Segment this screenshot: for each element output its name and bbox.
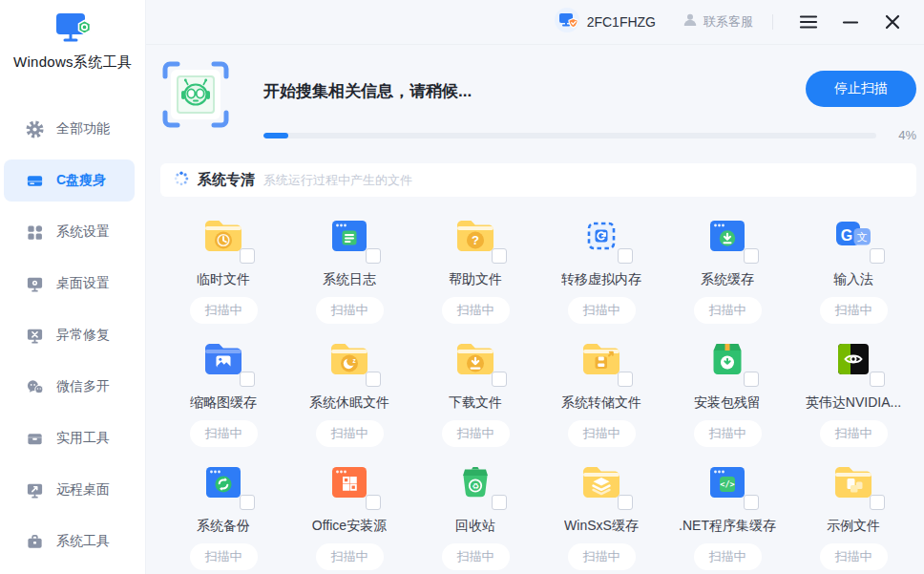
sidebar-item-desktop-settings[interactable]: 桌面设置	[4, 263, 135, 305]
thumbnail-cache-checkbox[interactable]	[240, 372, 255, 387]
app-logo-area: Windows系统工具	[0, 0, 145, 72]
stop-scan-button[interactable]: 停止扫描	[806, 71, 916, 107]
sidebar-item-utility-tools[interactable]: 实用工具	[4, 417, 135, 459]
remote-icon	[25, 480, 44, 500]
monitor-repair-icon	[25, 326, 44, 345]
progress-bar-fill	[263, 133, 288, 138]
virtual-memory-transfer-checkbox[interactable]	[618, 248, 633, 264]
category-label: Office安装源	[312, 518, 387, 535]
content: 开始搜集相关信息，请稍候... 停止扫描 4%	[146, 45, 924, 574]
status-badge: 扫描中	[568, 420, 636, 447]
dotnet-assembly-cache-checkbox[interactable]	[744, 495, 759, 510]
hibernation-files-checkbox[interactable]	[366, 372, 381, 387]
recycle-bin-checkbox[interactable]	[492, 495, 507, 510]
sidebar-item-label: 微信多开	[56, 378, 110, 395]
category-label: WinSxS缓存	[564, 518, 639, 535]
cleanup-grid: 临时文件 扫描中 系统日志 扫描中 ? 帮助文件 扫描中 转移虚拟内存 扫描中 …	[160, 213, 916, 570]
category-label: 转移虚拟内存	[561, 271, 641, 288]
svg-text:</>: </>	[720, 479, 734, 489]
sidebar-item-label: 远程桌面	[56, 481, 110, 499]
sidebar: Windows系统工具 全部功能 C盘瘦身 系统设置 桌面设置 异常修复 微信多…	[0, 0, 146, 574]
category-label: 临时文件	[197, 271, 250, 288]
system-backup-checkbox[interactable]	[240, 495, 255, 510]
sidebar-item-error-repair[interactable]: 异常修复	[4, 314, 135, 356]
contact-support-button[interactable]: 联系客服	[682, 12, 753, 32]
winsxs-cache-checkbox[interactable]	[618, 495, 633, 510]
sidebar-item-remote-desktop[interactable]: 远程桌面	[4, 469, 135, 511]
cleanup-category-recycle-bin[interactable]: ♻ 回收站 扫描中	[412, 459, 538, 570]
status-badge: 扫描中	[190, 297, 258, 324]
section-subtitle: 系统运行过程中产生的文件	[263, 172, 412, 189]
cleanup-category-system-cache[interactable]: 系统缓存 扫描中	[664, 213, 790, 324]
cleanup-category-download-files[interactable]: 下载文件 扫描中	[412, 336, 538, 447]
installer-residue-checkbox[interactable]	[744, 372, 759, 387]
status-badge: 扫描中	[568, 543, 636, 570]
cleanup-category-office-installer-source[interactable]: Office安装源 扫描中	[286, 459, 412, 570]
category-label: 帮助文件	[449, 271, 502, 288]
sidebar-item-system-settings[interactable]: 系统设置	[4, 211, 135, 253]
app-title: Windows系统工具	[0, 53, 145, 72]
wechat-icon	[25, 377, 44, 396]
sidebar-item-label: 桌面设置	[56, 275, 110, 292]
category-label: 系统日志	[323, 271, 376, 288]
cleanup-category-winsxs-cache[interactable]: WinSxS缓存 扫描中	[538, 459, 664, 570]
progress-percent: 4%	[888, 128, 916, 142]
dump-files-checkbox[interactable]	[618, 372, 633, 387]
cleanup-category-hibernation-files[interactable]: z 系统休眠文件 扫描中	[286, 336, 412, 447]
cleanup-category-dotnet-assembly-cache[interactable]: </> .NET程序集缓存 扫描中	[664, 459, 790, 570]
category-label: 英伟达NVIDIA...	[806, 394, 901, 412]
status-badge: 扫描中	[820, 297, 888, 324]
cleanup-category-virtual-memory-transfer[interactable]: 转移虚拟内存 扫描中	[538, 213, 664, 324]
cleanup-category-thumbnail-cache[interactable]: 缩略图缓存 扫描中	[160, 336, 286, 447]
status-badge: 扫描中	[442, 420, 510, 447]
temp-files-checkbox[interactable]	[240, 248, 255, 264]
sidebar-item-all-features[interactable]: 全部功能	[4, 108, 135, 150]
sidebar-item-system-tools[interactable]: 系统工具	[4, 521, 135, 563]
cleanup-category-system-backup[interactable]: 系统备份 扫描中	[160, 459, 286, 570]
sidebar-menu: 全部功能 C盘瘦身 系统设置 桌面设置 异常修复 微信多开 实用工具 远程桌面 …	[0, 108, 145, 572]
cleanup-category-help-files[interactable]: ? 帮助文件 扫描中	[412, 213, 538, 324]
sidebar-item-c-drive-slim[interactable]: C盘瘦身	[4, 159, 135, 202]
menu-hamburger-icon[interactable]	[792, 6, 825, 38]
contact-support-label: 联系客服	[704, 13, 753, 31]
sidebar-item-label: 实用工具	[56, 430, 110, 447]
cleanup-category-sample-files[interactable]: 示例文件 扫描中	[790, 459, 916, 570]
minimize-icon[interactable]	[834, 6, 867, 38]
cleanup-category-installer-residue[interactable]: 安装包残留 扫描中	[664, 336, 790, 447]
status-badge: 扫描中	[694, 420, 762, 447]
help-files-checkbox[interactable]	[492, 248, 507, 264]
category-label: 回收站	[455, 518, 495, 535]
office-installer-source-checkbox[interactable]	[366, 495, 381, 510]
scan-robot-icon	[160, 59, 231, 134]
license-id-chip[interactable]: 2FC1FHZG	[554, 7, 656, 37]
input-method-checkbox[interactable]	[870, 248, 885, 264]
status-badge: 扫描中	[190, 543, 258, 570]
status-badge: 扫描中	[694, 543, 762, 570]
category-label: 输入法	[833, 271, 873, 288]
nvidia-cache-checkbox[interactable]	[870, 372, 885, 387]
app-logo-icon	[52, 11, 93, 50]
section-header: 系统专清 系统运行过程中产生的文件	[160, 163, 916, 197]
sidebar-item-label: 系统设置	[56, 223, 110, 241]
category-label: 系统缓存	[701, 271, 754, 288]
download-files-checkbox[interactable]	[492, 372, 507, 387]
category-label: 系统休眠文件	[309, 394, 389, 412]
system-cache-checkbox[interactable]	[744, 248, 759, 264]
cleanup-category-nvidia-cache[interactable]: 英伟达NVIDIA... 扫描中	[790, 336, 916, 447]
category-label: 系统转储文件	[561, 394, 641, 412]
status-badge: 扫描中	[820, 543, 888, 570]
category-label: 系统备份	[197, 518, 250, 535]
cleanup-category-input-method[interactable]: G文 输入法 扫描中	[790, 213, 916, 324]
cleanup-category-dump-files[interactable]: 系统转储文件 扫描中	[538, 336, 664, 447]
sidebar-item-wechat-multi[interactable]: 微信多开	[4, 366, 135, 408]
sample-files-checkbox[interactable]	[870, 495, 885, 510]
cleanup-category-system-logs[interactable]: 系统日志 扫描中	[286, 213, 412, 324]
svg-text:♻: ♻	[472, 481, 479, 491]
scan-status-text: 开始搜集相关信息，请稍候...	[263, 71, 472, 102]
system-logs-checkbox[interactable]	[366, 248, 381, 264]
status-badge: 扫描中	[694, 297, 762, 324]
close-icon[interactable]	[876, 6, 909, 38]
cleanup-category-temp-files[interactable]: 临时文件 扫描中	[160, 213, 286, 324]
category-label: 下载文件	[449, 394, 502, 412]
gear-icon	[25, 119, 44, 138]
